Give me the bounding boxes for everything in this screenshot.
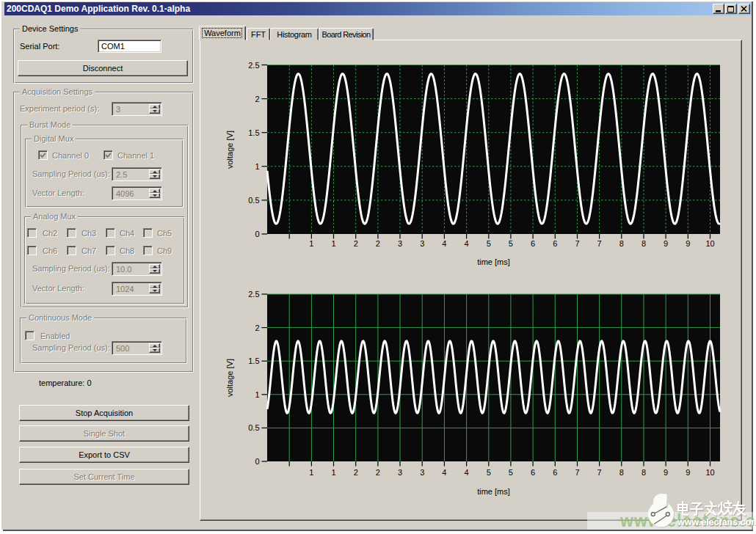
svg-text:9: 9 — [664, 239, 668, 248]
svg-text:5: 5 — [487, 239, 491, 248]
svg-text:0.5: 0.5 — [248, 423, 259, 432]
svg-text:1: 1 — [309, 468, 313, 477]
svg-text:9: 9 — [686, 239, 690, 248]
svg-text:7: 7 — [575, 468, 579, 477]
svg-text:2: 2 — [354, 468, 358, 477]
svg-text:3: 3 — [398, 468, 402, 477]
svg-text:0: 0 — [255, 230, 259, 238]
svg-text:2.5: 2.5 — [248, 290, 259, 299]
svg-text:4: 4 — [465, 468, 469, 477]
svg-text:5: 5 — [487, 468, 491, 477]
svg-text:6: 6 — [553, 468, 557, 477]
svg-text:3: 3 — [398, 239, 402, 248]
svg-text:time [ms]: time [ms] — [477, 257, 510, 266]
svg-text:3: 3 — [420, 239, 424, 248]
svg-text:3: 3 — [420, 468, 424, 477]
svg-text:1: 1 — [255, 390, 259, 399]
svg-text:0.5: 0.5 — [248, 196, 259, 205]
svg-text:www.elecfans.com: www.elecfans.com — [677, 517, 756, 527]
svg-text:voltage [V]: voltage [V] — [225, 359, 234, 397]
svg-text:time [ms]: time [ms] — [477, 487, 510, 496]
svg-text:4: 4 — [442, 468, 446, 477]
svg-text:0: 0 — [255, 457, 259, 466]
svg-text:1: 1 — [331, 468, 335, 477]
svg-text:1.5: 1.5 — [248, 356, 259, 365]
svg-text:9: 9 — [664, 468, 668, 477]
svg-text:1: 1 — [309, 239, 313, 248]
svg-text:2.5: 2.5 — [248, 61, 259, 70]
svg-text:6: 6 — [553, 239, 557, 248]
svg-text:4: 4 — [465, 239, 469, 248]
svg-text:5: 5 — [509, 468, 513, 477]
svg-text:7: 7 — [597, 468, 602, 477]
svg-text:10: 10 — [705, 468, 714, 477]
svg-text:2: 2 — [376, 239, 380, 248]
svg-text:1.5: 1.5 — [248, 128, 259, 137]
svg-text:8: 8 — [641, 468, 646, 477]
svg-text:2: 2 — [376, 468, 380, 477]
svg-text:1: 1 — [255, 162, 259, 171]
svg-text:1: 1 — [331, 239, 335, 248]
svg-text:7: 7 — [575, 239, 579, 248]
svg-text:5: 5 — [509, 239, 513, 248]
svg-text:9: 9 — [686, 468, 690, 477]
svg-text:7: 7 — [597, 239, 602, 248]
svg-text:2: 2 — [354, 239, 358, 248]
svg-text:2: 2 — [255, 95, 259, 103]
svg-text:8: 8 — [641, 239, 646, 248]
svg-text:10: 10 — [705, 239, 714, 248]
svg-text:4: 4 — [442, 239, 446, 248]
svg-text:6: 6 — [531, 239, 535, 248]
svg-text:2: 2 — [255, 323, 259, 332]
svg-text:voltage [V]: voltage [V] — [225, 131, 234, 169]
svg-text:8: 8 — [619, 239, 624, 248]
svg-text:6: 6 — [531, 468, 535, 477]
svg-text:8: 8 — [619, 468, 624, 477]
